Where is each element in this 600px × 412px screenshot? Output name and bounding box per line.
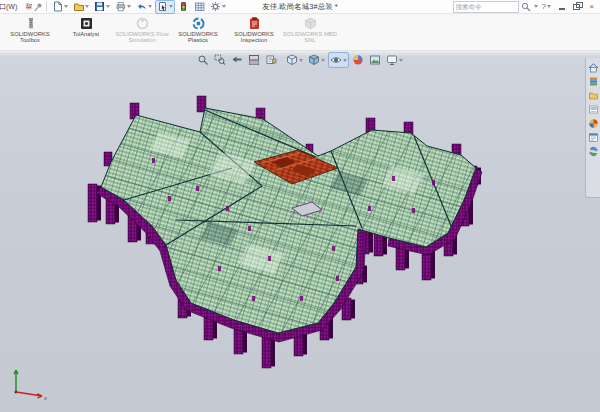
home-icon bbox=[588, 62, 599, 73]
addin-mbd-snl[interactable]: SOLIDWORKS MBD SNL bbox=[282, 15, 338, 43]
folder-icon bbox=[588, 90, 599, 101]
select-icon bbox=[157, 1, 168, 12]
rebuild-icon bbox=[178, 1, 189, 12]
appearance-ball-icon bbox=[352, 54, 364, 66]
file-properties-button[interactable] bbox=[192, 0, 207, 14]
headsup-view-toolbar bbox=[195, 52, 405, 68]
addin-tolanalyst[interactable]: TolAnalyst bbox=[58, 15, 114, 37]
annotation-views-button[interactable] bbox=[263, 52, 279, 68]
apply-scene-button[interactable] bbox=[367, 52, 383, 68]
quick-access-toolbar bbox=[50, 0, 228, 14]
custom-properties-icon bbox=[588, 132, 599, 143]
addin-label: SOLIDWORKS MBD SNL bbox=[283, 31, 337, 43]
save-button[interactable] bbox=[92, 0, 112, 14]
3d-model-canvas[interactable] bbox=[0, 58, 600, 412]
new-button[interactable] bbox=[50, 0, 70, 14]
inspection-icon bbox=[247, 16, 262, 31]
open-button[interactable] bbox=[71, 0, 91, 14]
appearances-ball-icon bbox=[588, 118, 599, 129]
print-button[interactable] bbox=[113, 0, 133, 14]
select-button[interactable] bbox=[155, 0, 175, 14]
dropdown-arrow-icon bbox=[299, 59, 303, 62]
minimize-button[interactable] bbox=[557, 2, 566, 11]
addin-solidworks-toolbox[interactable]: SOLIDWORKS Toolbox bbox=[2, 15, 58, 43]
file-explorer-button[interactable] bbox=[587, 89, 599, 101]
search-input[interactable] bbox=[453, 1, 519, 13]
edit-appearance-button[interactable] bbox=[350, 52, 366, 68]
annotation-views-icon bbox=[265, 54, 277, 66]
dropdown-arrow-icon bbox=[321, 59, 325, 62]
close-button[interactable]: × bbox=[587, 2, 596, 11]
zoom-to-area-button[interactable] bbox=[212, 52, 228, 68]
view-settings-button[interactable] bbox=[384, 52, 405, 68]
graphics-area[interactable]: x bbox=[0, 58, 600, 412]
titlebar-right: ? × bbox=[453, 1, 596, 13]
dropdown-arrow-icon bbox=[148, 5, 152, 8]
addin-label: SOLIDWORKS Inspection bbox=[227, 31, 281, 43]
display-style-icon bbox=[308, 54, 320, 66]
dropdown-arrow-icon bbox=[85, 5, 89, 8]
window-controls: × bbox=[557, 2, 596, 11]
previous-view-icon bbox=[231, 54, 243, 66]
menu-bar: 窗口(W) 帮助(H) bbox=[0, 2, 32, 12]
minimize-icon bbox=[559, 8, 565, 10]
addin-plastics[interactable]: SOLIDWORKS Plastics bbox=[170, 15, 226, 43]
appearances-scenes-button[interactable] bbox=[587, 117, 599, 129]
restore-icon bbox=[573, 4, 580, 10]
addin-label: TolAnalyst bbox=[59, 31, 113, 37]
help-button[interactable]: ? bbox=[542, 2, 551, 11]
view-orientation-cube-icon bbox=[286, 54, 298, 66]
coordinate-triad: x bbox=[6, 362, 52, 402]
hide-show-items-button[interactable] bbox=[328, 52, 349, 68]
toolbar-divider bbox=[46, 2, 47, 12]
dropdown-arrow-icon[interactable] bbox=[534, 5, 538, 8]
addin-inspection[interactable]: SOLIDWORKS Inspection bbox=[226, 15, 282, 43]
solidworks-window: 窗口(W) 帮助(H) bbox=[0, 0, 600, 412]
undo-icon bbox=[136, 1, 147, 12]
mbd-snl-icon bbox=[303, 16, 318, 31]
options-gear-icon bbox=[210, 1, 221, 12]
section-view-button[interactable] bbox=[246, 52, 262, 68]
dropdown-arrow-icon bbox=[127, 5, 131, 8]
print-icon bbox=[115, 1, 126, 12]
rebuild-button[interactable] bbox=[176, 0, 191, 14]
save-icon bbox=[94, 1, 105, 12]
pin-icon[interactable] bbox=[32, 1, 43, 12]
section-view-icon bbox=[248, 54, 260, 66]
dropdown-arrow-icon bbox=[169, 5, 173, 8]
options-button[interactable] bbox=[208, 0, 228, 14]
task-pane-bar bbox=[585, 58, 600, 198]
dropdown-arrow-icon bbox=[399, 59, 403, 62]
tolanalyst-icon bbox=[79, 16, 94, 31]
menu-help[interactable]: 帮助(H) bbox=[25, 2, 32, 12]
restore-button[interactable] bbox=[572, 2, 581, 11]
plastics-icon bbox=[191, 16, 206, 31]
x-axis-label: x bbox=[44, 395, 47, 401]
titlebar: 窗口(W) 帮助(H) bbox=[0, 0, 600, 14]
scene-icon bbox=[369, 54, 381, 66]
addin-label: SOLIDWORKS Flow Simulation bbox=[115, 31, 169, 43]
menu-window[interactable]: 窗口(W) bbox=[0, 2, 17, 12]
zoom-to-fit-icon bbox=[197, 54, 209, 66]
eye-icon bbox=[330, 54, 342, 66]
dropdown-arrow-icon bbox=[64, 5, 68, 8]
dropdown-arrow-icon bbox=[106, 5, 110, 8]
forum-icon bbox=[588, 146, 599, 157]
solidworks-resources-button[interactable] bbox=[587, 61, 599, 73]
solidworks-forum-button[interactable] bbox=[587, 145, 599, 157]
zoom-to-fit-button[interactable] bbox=[195, 52, 211, 68]
design-library-button[interactable] bbox=[587, 75, 599, 87]
display-style-button[interactable] bbox=[306, 52, 327, 68]
addin-flow-simulation[interactable]: SOLIDWORKS Flow Simulation bbox=[114, 15, 170, 43]
view-orientation-button[interactable] bbox=[284, 52, 305, 68]
custom-properties-button[interactable] bbox=[587, 131, 599, 143]
flow-simulation-icon bbox=[135, 16, 150, 31]
addin-label: SOLIDWORKS Plastics bbox=[171, 31, 225, 43]
undo-button[interactable] bbox=[134, 0, 154, 14]
previous-view-button[interactable] bbox=[229, 52, 245, 68]
search-icon[interactable] bbox=[521, 2, 531, 12]
view-palette-button[interactable] bbox=[587, 103, 599, 115]
command-search bbox=[453, 1, 538, 13]
addin-label: SOLIDWORKS Toolbox bbox=[3, 31, 57, 43]
x-axis bbox=[16, 392, 42, 398]
